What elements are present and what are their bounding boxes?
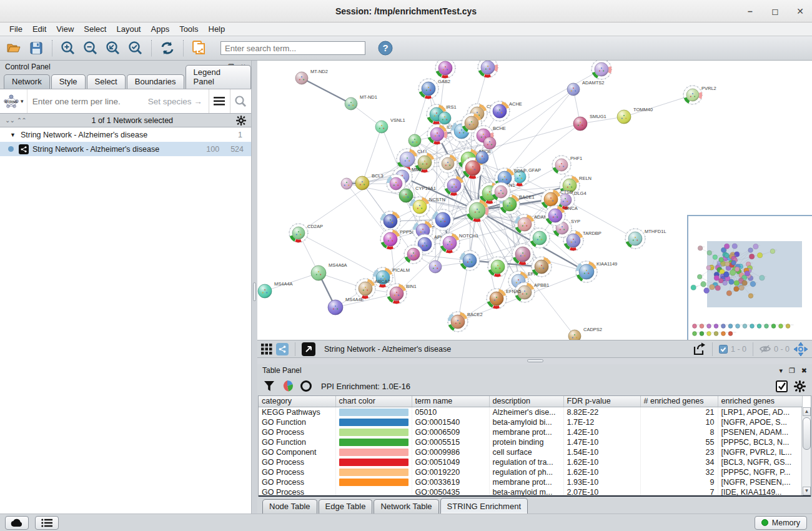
set-species-label[interactable]: Set species → (148, 97, 209, 106)
birds-eye-navigator[interactable] (687, 215, 812, 340)
protein-node[interactable] (492, 182, 510, 201)
string-search-button[interactable] (230, 89, 251, 113)
column-header[interactable]: description (489, 396, 563, 407)
birdseye-toggle-icon[interactable] (276, 343, 289, 355)
table-row[interactable]: GO ProcessGO:0019220regulation of ph...1… (259, 467, 803, 477)
cloud-tasks-button[interactable] (5, 516, 29, 530)
table-row[interactable]: GO FunctionGO:0001540beta-amyloid bi...1… (259, 417, 803, 427)
open-session-button[interactable] (4, 39, 24, 57)
protein-node[interactable] (532, 257, 552, 277)
tab-network[interactable]: Network (4, 74, 50, 89)
table-row[interactable]: GO ComponentGO:0009986cell surface1.54E-… (259, 447, 803, 457)
maximize-button[interactable]: ◻ (770, 6, 781, 17)
export-network-icon[interactable] (692, 342, 706, 356)
splitter-grip[interactable] (527, 359, 543, 362)
network-canvas[interactable]: MT-ND2MT-ND1VSNL1ADAMTS2PVRL2TOMM40SMUG1… (257, 61, 812, 340)
protein-node[interactable] (438, 112, 451, 124)
zoom-selected-button[interactable] (126, 39, 146, 57)
menu-file[interactable]: File (5, 24, 27, 34)
menu-layout[interactable]: Layout (112, 24, 145, 34)
tab-select[interactable]: Select (87, 74, 126, 89)
zoom-out-button[interactable] (81, 39, 101, 57)
tab-boundaries[interactable]: Boundaries (127, 74, 184, 89)
tab-string-enrichment[interactable]: STRING Enrichment (440, 498, 528, 514)
menu-view[interactable]: View (52, 24, 78, 34)
tree-expand-arrow[interactable]: ▼ (10, 132, 16, 138)
string-options-button[interactable] (209, 89, 230, 113)
table-row[interactable]: GO ProcessGO:0051049regulation of tra...… (259, 457, 803, 467)
network-options-gear-icon[interactable] (236, 116, 246, 126)
select-columns-icon[interactable] (776, 380, 788, 392)
expand-all-icon[interactable]: ⌃⌃ (17, 117, 26, 124)
zoom-fit-button[interactable] (103, 39, 123, 57)
tab-legend-panel[interactable]: Legend Panel (186, 65, 251, 89)
save-session-button[interactable] (26, 39, 46, 57)
menu-edit[interactable]: Edit (28, 24, 51, 34)
protein-node[interactable] (592, 61, 611, 79)
protein-node[interactable] (512, 244, 533, 265)
ring-chart-icon[interactable] (300, 380, 312, 392)
table-rows-viewport[interactable]: KEGG Pathways05010Alzheimer's dise...8.8… (259, 407, 811, 497)
scroll-down-arrow[interactable]: ▼ (803, 487, 811, 495)
collapse-all-icon[interactable]: ⌄⌄ (5, 117, 14, 124)
horizontal-splitter[interactable] (257, 358, 812, 364)
refresh-button[interactable] (157, 39, 177, 57)
close-button[interactable]: ✕ (795, 6, 806, 17)
menu-help[interactable]: Help (204, 24, 230, 34)
protein-node[interactable] (435, 61, 455, 78)
protein-node[interactable] (483, 137, 496, 149)
panel-close-icon[interactable]: ✖ (801, 367, 807, 375)
column-header[interactable]: chart color (335, 396, 412, 407)
scroll-up-arrow[interactable]: ▲ (803, 407, 811, 416)
zoom-in-button[interactable] (58, 39, 78, 57)
navigator-graph[interactable] (688, 216, 811, 339)
copy-network-button[interactable] (189, 39, 209, 57)
menu-apps[interactable]: Apps (147, 24, 174, 34)
table-row[interactable]: KEGG Pathways05010Alzheimer's dise...8.8… (259, 407, 803, 417)
menu-tools[interactable]: Tools (175, 24, 202, 34)
protein-node[interactable] (460, 251, 480, 270)
column-header[interactable]: category (259, 396, 335, 407)
protein-node[interactable] (466, 199, 488, 222)
detach-view-icon[interactable] (302, 342, 315, 356)
string-query-input[interactable] (27, 97, 148, 106)
vertical-splitter[interactable] (252, 61, 257, 514)
protein-node[interactable] (429, 261, 442, 273)
column-header[interactable]: FDR p-value (563, 396, 640, 407)
protein-node[interactable] (478, 61, 498, 77)
menu-select[interactable]: Select (79, 24, 111, 34)
table-row[interactable]: GO ProcessGO:0033619membrane prot...1.93… (259, 477, 803, 487)
scroll-thumb[interactable] (803, 417, 811, 450)
memory-button[interactable]: Memory (755, 516, 807, 530)
panel-float-icon[interactable]: ❐ (789, 367, 795, 375)
network-collection-row[interactable]: ▼ String Network - Alzheimer's disease 1 (0, 127, 251, 142)
tab-node-table[interactable]: Node Table (262, 499, 317, 514)
string-logo-dropdown[interactable]: STRING ▾ (0, 89, 27, 113)
pan-compass-icon[interactable] (793, 342, 808, 357)
pie-chart-icon[interactable] (281, 380, 294, 392)
protein-node[interactable] (432, 209, 453, 231)
task-history-button[interactable] (35, 516, 59, 530)
protein-node[interactable] (404, 245, 423, 264)
protein-node[interactable] (488, 257, 508, 277)
table-row[interactable]: GO ProcessGO:0006509membrane prot...1.42… (259, 427, 803, 437)
help-button[interactable]: ? (375, 39, 395, 57)
minimize-button[interactable]: – (745, 6, 756, 17)
filter-icon[interactable] (264, 380, 275, 392)
table-scrollbar[interactable]: ▲ ▼ (801, 407, 811, 495)
splitter-grip[interactable] (253, 282, 256, 301)
settings-gear-icon[interactable] (794, 380, 806, 392)
protein-node[interactable] (438, 154, 457, 173)
table-row[interactable]: GO FunctionGO:0005515protein binding1.47… (259, 437, 803, 447)
protein-node[interactable] (341, 178, 352, 189)
column-header[interactable]: # enriched genes (640, 396, 718, 407)
tab-edge-table[interactable]: Edge Table (319, 499, 373, 514)
network-row-selected[interactable]: String Network - Alzheimer's disease 100… (0, 142, 251, 156)
protein-node[interactable] (530, 228, 550, 248)
table-row[interactable]: GO ProcessGO:0050435beta-amyloid m...2.0… (259, 487, 803, 497)
grid-mode-icon[interactable] (261, 344, 272, 355)
protein-node[interactable] (444, 176, 464, 196)
tab-style[interactable]: Style (51, 74, 86, 89)
tab-network-table[interactable]: Network Table (374, 499, 438, 514)
column-header[interactable]: enriched genes (718, 396, 803, 407)
